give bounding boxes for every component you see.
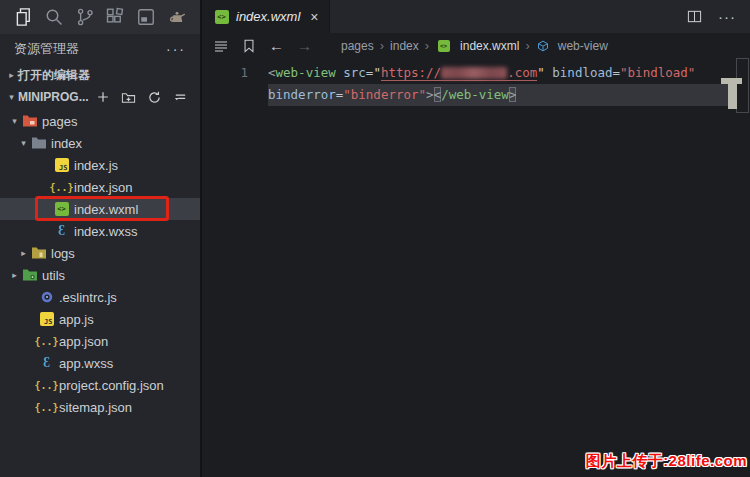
project-section[interactable]: ▾ MINIPROG... (0, 86, 200, 108)
code-token: "binderror" (343, 87, 426, 102)
editor-toolbar: ← → pages›index›<>index.wxml›web-view (202, 33, 750, 58)
activity-bar (0, 0, 200, 34)
code-token: > (509, 87, 517, 102)
code-token: = (613, 65, 621, 80)
more-actions-icon[interactable]: ··· (166, 44, 186, 54)
code-editor[interactable]: 1<web-view src="https://.com" bindload="… (202, 58, 750, 477)
breadcrumb-separator-icon: › (380, 38, 384, 53)
tree-item-sitemap-json[interactable]: {..}sitemap.json (0, 396, 200, 418)
line-number: 1 (202, 62, 268, 84)
tree-item--eslintrc-js[interactable]: .eslintrc.js (0, 286, 200, 308)
tree-item-index[interactable]: ▾index (0, 132, 200, 154)
code-token: " (373, 65, 381, 80)
tree-item-label: project.config.json (59, 378, 164, 393)
breadcrumb-label: pages (341, 39, 374, 53)
code-token: src (343, 65, 366, 80)
line-number (202, 84, 268, 106)
code-line[interactable]: 1<web-view src="https://.com" bindload="… (202, 62, 750, 84)
refresh-icon[interactable] (147, 90, 162, 105)
tree-item-app-json[interactable]: {..}app.json (0, 330, 200, 352)
tree-item-label: index (51, 136, 82, 151)
tab-index-wxml[interactable]: <> index.wxml × (202, 0, 330, 33)
chevron-down-icon[interactable]: ▾ (8, 116, 21, 126)
close-tab-icon[interactable]: × (310, 10, 318, 24)
symbol-cube-icon (536, 38, 550, 54)
breadcrumb-label: index (390, 39, 419, 53)
open-editors-section[interactable]: ▸ 打开的编辑器 (0, 64, 200, 86)
breadcrumb-item-index[interactable]: index (390, 39, 419, 53)
code-line-highlighted[interactable]: binderror="binderror"></web-view> (202, 84, 750, 106)
explorer-title: 资源管理器 (14, 40, 166, 58)
wxss-icon: 3 (53, 223, 70, 239)
code-text: binderror="binderror"></web-view> (268, 84, 737, 106)
js-icon: JS (53, 157, 70, 173)
tree-item-label: app.wxss (59, 356, 113, 371)
folder-pages-icon (21, 113, 38, 129)
code-text: <web-view src="https://.com" bindload="b… (268, 62, 737, 84)
json-icon: {..} (38, 333, 55, 349)
json-icon: {..} (53, 179, 70, 195)
eslint-icon (38, 289, 55, 305)
tree-item-pages[interactable]: ▾pages (0, 110, 200, 132)
breadcrumb-item-web-view[interactable]: web-view (536, 38, 608, 54)
collapse-all-icon[interactable] (173, 90, 188, 105)
split-editor-icon[interactable] (687, 9, 702, 24)
more-actions-icon[interactable]: ··· (718, 13, 736, 21)
extensions-icon[interactable] (105, 7, 125, 27)
breadcrumb-item-pages[interactable]: pages (341, 39, 374, 53)
tree-item-label: utils (42, 268, 65, 283)
nav-forward-icon[interactable]: → (297, 37, 312, 54)
project-actions (95, 90, 200, 105)
code-token: > (426, 87, 434, 102)
chevron-down-icon[interactable]: ▾ (17, 138, 30, 148)
tree-item-app-js[interactable]: JSapp.js (0, 308, 200, 330)
code-token: "bindload" (620, 65, 695, 80)
tree-item-app-wxss[interactable]: 3app.wxss (0, 352, 200, 374)
tree-item-utils[interactable]: ▸utils (0, 264, 200, 286)
url-link: https://.com (381, 65, 537, 81)
new-folder-icon[interactable] (121, 90, 136, 105)
tree-item-label: index.json (74, 180, 133, 195)
explorer-header: 资源管理器 ··· (0, 34, 200, 64)
tab-bar: <> index.wxml × ··· (202, 0, 750, 33)
code-token: < (434, 87, 442, 102)
folder-index-icon (30, 135, 47, 151)
code-token: bindload (552, 65, 612, 80)
bookmark-icon[interactable] (242, 39, 256, 53)
code-token: .com (507, 65, 537, 80)
wxss-icon: 3 (38, 355, 55, 371)
chevron-right-icon: ▸ (5, 70, 18, 80)
nav-back-icon[interactable]: ← (269, 37, 284, 54)
tree-item-index-wxss[interactable]: 3index.wxss (0, 220, 200, 242)
breadcrumb-item-index-wxml[interactable]: <>index.wxml (435, 38, 519, 54)
chevron-right-icon[interactable]: ▸ (17, 248, 30, 258)
project-label: MINIPROG... (18, 90, 89, 104)
open-editors-label: 打开的编辑器 (18, 67, 90, 84)
tab-label: index.wxml (236, 9, 300, 24)
editor-pane: <> index.wxml × ··· ← → pages›index›<>in… (202, 0, 750, 477)
tree-item-index-js[interactable]: JSindex.js (0, 154, 200, 176)
app-window: 资源管理器 ··· ▸ 打开的编辑器 ▾ MINIPROG... (0, 0, 750, 477)
source-control-icon[interactable] (75, 7, 95, 27)
tree-item-logs[interactable]: ▸logs (0, 242, 200, 264)
files-icon[interactable] (13, 7, 33, 27)
breadcrumb-label: index.wxml (460, 39, 519, 53)
tree-item-index-wxml[interactable]: <>index.wxml (0, 198, 200, 220)
layout-icon[interactable] (136, 7, 156, 27)
tree-item-index-json[interactable]: {..}index.json (0, 176, 200, 198)
code-token: web-view (276, 65, 336, 80)
teapot-icon[interactable] (167, 7, 187, 27)
outline-list-icon[interactable] (213, 38, 229, 54)
code-token: /web-view (441, 87, 509, 102)
wxml-icon: <> (435, 38, 452, 54)
search-icon[interactable] (44, 7, 64, 27)
text-cursor-icon (721, 78, 742, 84)
minimap-slider[interactable] (736, 58, 749, 113)
tree-item-project-config-json[interactable]: {..}project.config.json (0, 374, 200, 396)
tree-item-label: index.js (74, 158, 118, 173)
redacted-url-blur (441, 67, 507, 79)
watermark: 图片上传于:28life.com (586, 452, 747, 471)
code-token: < (268, 65, 276, 80)
new-file-icon[interactable] (95, 90, 110, 105)
chevron-right-icon[interactable]: ▸ (8, 270, 21, 280)
